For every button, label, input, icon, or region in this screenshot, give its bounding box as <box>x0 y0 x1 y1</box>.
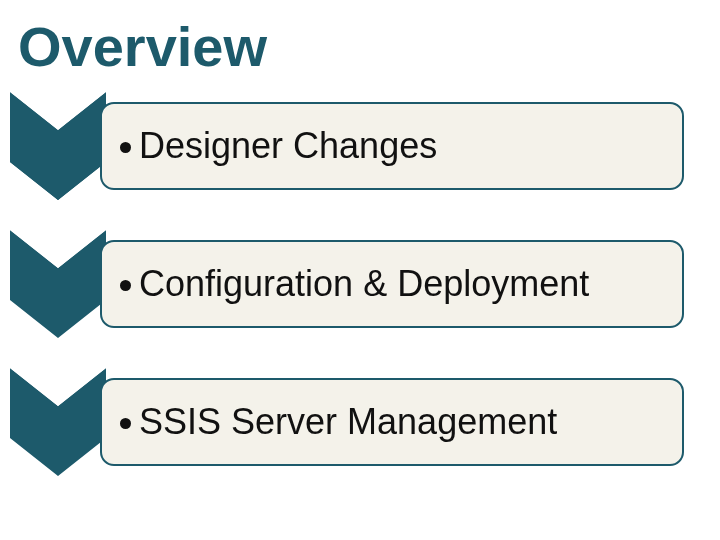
item-box: SSIS Server Management <box>100 378 684 466</box>
chevron-down-icon <box>10 230 106 338</box>
item-label: Configuration & Deployment <box>139 263 589 305</box>
bullet-line: SSIS Server Management <box>120 401 557 443</box>
list-item: SSIS Server Management <box>10 368 710 476</box>
slide: Overview Designer Changes <box>0 0 720 540</box>
list-item: Designer Changes <box>10 92 710 200</box>
bullet-icon <box>120 142 131 153</box>
item-label: SSIS Server Management <box>139 401 557 443</box>
item-label: Designer Changes <box>139 125 437 167</box>
bullet-line: Designer Changes <box>120 125 437 167</box>
bullet-icon <box>120 418 131 429</box>
chevron-down-icon <box>10 368 106 476</box>
item-box: Designer Changes <box>100 102 684 190</box>
chevron-down-icon <box>10 92 106 200</box>
bullet-line: Configuration & Deployment <box>120 263 589 305</box>
item-box: Configuration & Deployment <box>100 240 684 328</box>
page-title: Overview <box>18 14 267 79</box>
overview-list: Designer Changes Configuration & Deploym… <box>10 92 710 506</box>
list-item: Configuration & Deployment <box>10 230 710 338</box>
bullet-icon <box>120 280 131 291</box>
